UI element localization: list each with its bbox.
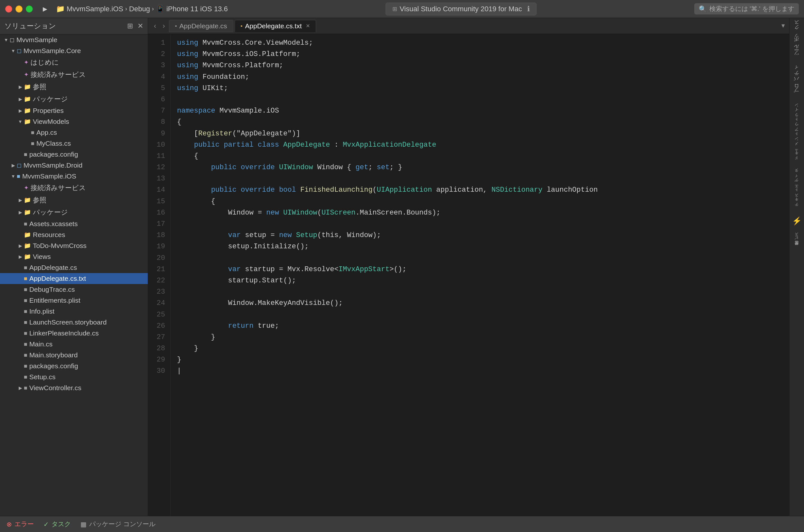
tree-arrow-packages-core[interactable]: ▶ xyxy=(17,96,23,102)
tree-arrow-views[interactable]: ▶ xyxy=(17,254,23,259)
tree-item-mvvmsample-root[interactable]: ▼◻MvvmSample xyxy=(0,34,148,45)
tree-arrow-viewmodels[interactable]: ▼ xyxy=(17,119,23,124)
status-error[interactable]: ⊗ エラー xyxy=(6,520,34,529)
tree-item-packages-config-core[interactable]: ■packages.config xyxy=(0,149,148,160)
file-label-setsuzoku: 接続済みサービス xyxy=(31,70,145,79)
code-content[interactable]: using MvvmCross.Core.ViewModels;using Mv… xyxy=(170,34,789,516)
tree-item-main-storyboard[interactable]: ■Main.storyboard xyxy=(0,349,148,361)
tree-item-myclass-cs[interactable]: ■MyClass.cs xyxy=(0,138,148,149)
file-label-packages-core: パッケージ xyxy=(33,95,145,103)
tree-item-assets-xcassets[interactable]: ■Assets.xcassets xyxy=(0,218,148,229)
tree-item-mvvmsample-ios[interactable]: ▼■MvvmSample.iOS xyxy=(0,171,148,182)
tree-arrow-packages-ios[interactable]: ▶ xyxy=(17,210,23,215)
vs-tab[interactable]: ⊞ Visual Studio Community 2019 for Mac ℹ xyxy=(386,3,536,16)
tab-dropdown-icon[interactable]: ▼ xyxy=(780,22,786,29)
code-line-28: } xyxy=(177,343,783,354)
tree-arrow-properties[interactable]: ▶ xyxy=(17,108,23,113)
line-num-25: 25 xyxy=(154,309,165,320)
connected-svc-icon[interactable]: 接続サービス xyxy=(794,233,800,249)
tree-item-viewcontroller-cs[interactable]: ▶■ViewController.cs xyxy=(0,382,148,393)
text-editor-icon[interactable]: テキストエディタ xyxy=(794,170,800,209)
tree-item-main-cs[interactable]: ■Main.cs xyxy=(0,339,148,349)
code-line-16: Window = new UIWindow(UIScreen.MainScree… xyxy=(177,207,783,218)
tree-item-references-ios[interactable]: ▶📁参照 xyxy=(0,194,148,206)
lightning-icon[interactable]: ⚡ xyxy=(792,216,802,226)
tree-item-appdelegate-cs-txt[interactable]: ■AppDelegate.cs.txt xyxy=(0,273,148,284)
tree-item-packages-config-ios[interactable]: ■packages.config xyxy=(0,361,148,372)
file-label-mvvmsample-ios: MvvmSample.iOS xyxy=(22,172,145,180)
file-label-resources: Resources xyxy=(33,231,145,239)
file-icon-app-cs: ■ xyxy=(31,129,34,136)
tree-arrow-viewcontroller-cs[interactable]: ▶ xyxy=(17,385,23,391)
tree-item-mvvmsample-core[interactable]: ▼◻MvvmSample.Core xyxy=(0,45,148,56)
tree-arrow-references-core[interactable]: ▶ xyxy=(17,84,23,90)
traffic-lights xyxy=(5,5,33,13)
tree-item-todo-mvvmcross[interactable]: ▶📁ToDo-MvvmCross xyxy=(0,240,148,251)
tree-item-debugtrace-cs[interactable]: ■DebugTrace.cs xyxy=(0,284,148,295)
tab-appdelegate-cs[interactable]: ▪ AppDelegate.cs xyxy=(169,20,233,32)
tree-item-entitlements-plist[interactable]: ■Entitlements.plist xyxy=(0,295,148,306)
properties-icon[interactable]: プロパティ xyxy=(793,66,800,97)
file-icon-appdelegate-cs-txt: ■ xyxy=(24,275,28,282)
nav-back[interactable]: ‹ xyxy=(151,21,159,32)
tree-item-linkerpleaseinc-cs[interactable]: ■LinkerPleaseInclude.cs xyxy=(0,328,148,339)
tree-item-resources[interactable]: 📁Resources xyxy=(0,229,148,240)
tree-item-packages-core[interactable]: ▶📁パッケージ xyxy=(0,93,148,105)
sidebar-title: ソリューション xyxy=(4,21,56,31)
line-num-15: 15 xyxy=(154,196,165,207)
tree-item-app-cs[interactable]: ■App.cs xyxy=(0,127,148,138)
code-line-9: [Register("AppDelegate")] xyxy=(177,128,783,139)
tree-item-references-core[interactable]: ▶📁参照 xyxy=(0,81,148,93)
tree-item-launchscreen-storyboard[interactable]: ■LaunchScreen.storyboard xyxy=(0,317,148,328)
minimize-button[interactable] xyxy=(16,5,22,13)
tree-arrow-mvvmsample-root[interactable]: ▼ xyxy=(3,37,9,42)
file-icon-references-core: 📁 xyxy=(24,83,31,90)
toolbox-icon[interactable]: ツールボックス xyxy=(793,21,800,59)
status-task[interactable]: ✓ タスク xyxy=(43,520,71,529)
main-layout: ソリューション ⊞ ✕ ▼◻MvvmSample▼◻MvvmSample.Cor… xyxy=(0,18,804,516)
code-editor[interactable]: 1234567891011121314151617181920212223242… xyxy=(148,34,789,516)
tab-label-txt: AppDelegate.cs.txt xyxy=(245,22,302,30)
tree-arrow-mvvmsample-ios[interactable]: ▼ xyxy=(10,174,16,179)
doc-outline-icon[interactable]: ドキュメントアウトライン xyxy=(794,104,800,163)
code-line-27: } xyxy=(177,331,783,343)
tree-item-mvvmsample-droid[interactable]: ▶◻MvvmSample.Droid xyxy=(0,160,148,171)
tab-close-icon[interactable]: ✕ xyxy=(306,23,310,29)
line-num-13: 13 xyxy=(154,173,165,184)
file-icon-viewcontroller-cs: ■ xyxy=(24,385,28,392)
tree-item-properties[interactable]: ▶📁Properties xyxy=(0,105,148,116)
tree-item-hajimeni[interactable]: ✦はじめに xyxy=(0,56,148,69)
sidebar-minimize-icon[interactable]: ⊞ xyxy=(127,22,133,30)
line-num-8: 8 xyxy=(154,116,165,128)
bc-config[interactable]: Debug xyxy=(129,5,150,13)
tree-item-setsuzoku[interactable]: ✦接続済みサービス xyxy=(0,69,148,81)
tree-item-viewmodels[interactable]: ▼📁ViewModels xyxy=(0,116,148,127)
tree-arrow-references-ios[interactable]: ▶ xyxy=(17,197,23,203)
tree-arrow-mvvmsample-droid[interactable]: ▶ xyxy=(10,163,16,168)
close-button[interactable] xyxy=(5,5,12,13)
file-label-properties: Properties xyxy=(33,107,145,114)
bc-device[interactable]: iPhone 11 iOS 13.6 xyxy=(166,5,228,13)
tree-item-setup-cs[interactable]: ■Setup.cs xyxy=(0,372,148,382)
file-label-references-core: 参照 xyxy=(33,82,145,91)
bc-project[interactable]: MvvmSample.iOS xyxy=(67,5,123,13)
tree-arrow-todo-mvvmcross[interactable]: ▶ xyxy=(17,243,23,248)
file-tree: ▼◻MvvmSample▼◻MvvmSample.Core✦はじめに✦接続済みサ… xyxy=(0,34,148,393)
tree-item-packages-ios[interactable]: ▶📁パッケージ xyxy=(0,206,148,218)
sidebar: ソリューション ⊞ ✕ ▼◻MvvmSample▼◻MvvmSample.Cor… xyxy=(0,18,148,516)
play-button[interactable]: ▶ xyxy=(40,4,50,14)
line-num-6: 6 xyxy=(154,94,165,105)
status-pkg[interactable]: ▦ パッケージ コンソール xyxy=(80,520,156,529)
line-num-23: 23 xyxy=(154,286,165,298)
sidebar-close-icon[interactable]: ✕ xyxy=(138,22,143,30)
tree-arrow-mvvmsample-core[interactable]: ▼ xyxy=(10,48,16,53)
tab-appdelegate-txt[interactable]: ▪ AppDelegate.cs.txt ✕ xyxy=(235,20,316,32)
tree-item-appdelegate-cs[interactable]: ■AppDelegate.cs xyxy=(0,262,148,273)
file-label-mvvmsample-root: MvvmSample xyxy=(16,36,145,44)
tree-item-views[interactable]: ▶📁Views xyxy=(0,251,148,262)
tree-item-setsuzoku-ios[interactable]: ✦接続済みサービス xyxy=(0,182,148,194)
nav-forward[interactable]: › xyxy=(160,21,167,32)
tree-item-info-plist[interactable]: ■Info.plist xyxy=(0,306,148,317)
search-bar[interactable]: 🔍 検索するには '⌘.' を押します xyxy=(694,3,799,15)
maximize-button[interactable] xyxy=(26,5,33,13)
